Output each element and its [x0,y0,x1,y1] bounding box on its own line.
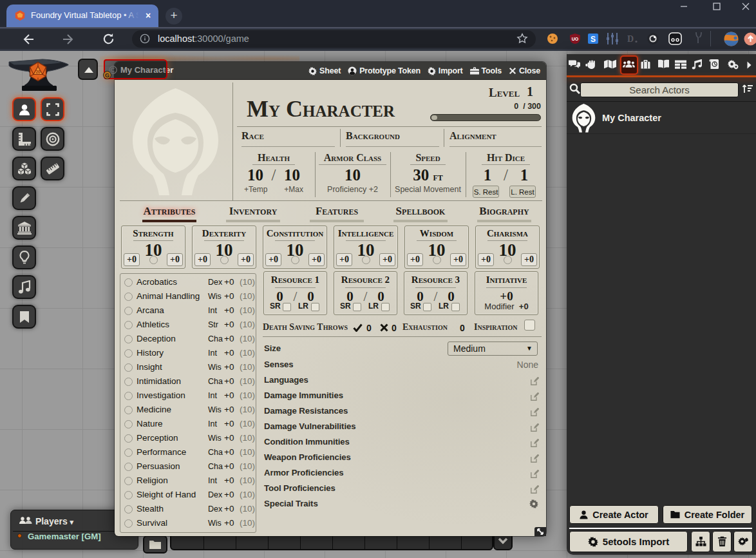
svg-text:D: D [627,34,634,44]
svg-text:S: S [591,35,596,44]
svg-text:20: 20 [35,70,41,74]
svg-text:UO: UO [572,37,579,41]
